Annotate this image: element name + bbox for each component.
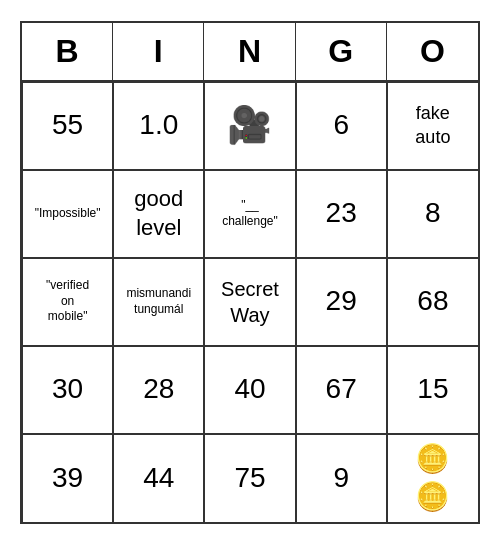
header-g: G — [296, 23, 387, 80]
cell-r3c5: 68 — [387, 258, 478, 346]
cell-r5c2: 44 — [113, 434, 204, 522]
cell-r3c2: mismunandi tungumál — [113, 258, 204, 346]
cell-r3c4: 29 — [296, 258, 387, 346]
cell-r1c5: fake auto — [387, 82, 478, 170]
bingo-header: B I N G O — [22, 23, 478, 82]
header-n: N — [204, 23, 295, 80]
coin-icon-1: 🪙 — [415, 441, 450, 477]
cell-r2c4: 23 — [296, 170, 387, 258]
cell-r1c3: 🎥 — [204, 82, 295, 170]
cell-r5c1: 39 — [22, 434, 113, 522]
cell-r2c5: 8 — [387, 170, 478, 258]
cell-r1c2: 1.0 — [113, 82, 204, 170]
header-i: I — [113, 23, 204, 80]
cell-r5c5: 🪙 🪙 — [387, 434, 478, 522]
cell-r5c3: 75 — [204, 434, 295, 522]
cell-r4c1: 30 — [22, 346, 113, 434]
cell-r1c1: 55 — [22, 82, 113, 170]
cell-r4c3: 40 — [204, 346, 295, 434]
cell-r2c3: "__ challenge" — [204, 170, 295, 258]
header-b: B — [22, 23, 113, 80]
cell-r2c2: good level — [113, 170, 204, 258]
cell-r1c4: 6 — [296, 82, 387, 170]
cell-r3c1: "verified on mobile" — [22, 258, 113, 346]
header-o: O — [387, 23, 478, 80]
bingo-grid: 55 1.0 🎥 6 fake auto "Impossible" good l… — [22, 82, 478, 522]
bingo-card: B I N G O 55 1.0 🎥 6 fake auto "Impossib… — [20, 21, 480, 524]
cell-r5c4: 9 — [296, 434, 387, 522]
cell-r4c4: 67 — [296, 346, 387, 434]
cell-r2c1: "Impossible" — [22, 170, 113, 258]
coin-icon-2: 🪙 — [415, 479, 450, 515]
cell-r3c3: Secret Way — [204, 258, 295, 346]
cell-r4c2: 28 — [113, 346, 204, 434]
cell-r4c5: 15 — [387, 346, 478, 434]
